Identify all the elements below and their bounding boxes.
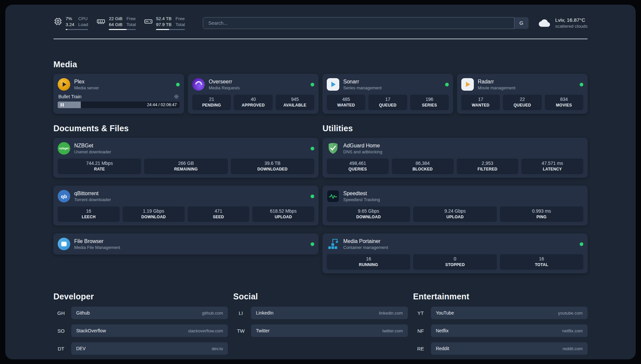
- bookmark-name: DEV: [76, 346, 86, 351]
- bookmark-row: DT DEV dev.to: [53, 342, 228, 355]
- stat-value: 17: [370, 97, 406, 102]
- status-dot: [311, 83, 314, 86]
- disk-total-value: 97.9 TB: [156, 22, 171, 28]
- service-description: Media File Management: [74, 245, 120, 250]
- bookmark-link-linkedin[interactable]: LinkedIn linkedin.com: [251, 307, 408, 319]
- bookmark-link-reddit[interactable]: Reddit reddit.com: [431, 342, 588, 355]
- stat-value: 22: [504, 97, 540, 102]
- stat-value: 16: [501, 256, 582, 261]
- service-name: Plex: [74, 79, 99, 85]
- stat-label: UPLOAD: [254, 215, 313, 219]
- memory-widget: 22 GiB 64 GiB Free Total: [96, 16, 136, 30]
- disk-free-value: 52.4 TB: [156, 16, 171, 22]
- stat-value: 485: [328, 97, 364, 102]
- stat-box: 945 AVAILABLE: [276, 95, 314, 110]
- search-provider-button[interactable]: G: [514, 17, 529, 29]
- cpu-load-label: Load: [78, 22, 88, 28]
- status-dot: [311, 195, 314, 198]
- card-portainer[interactable]: Media Portainer Container management 16 …: [322, 233, 588, 273]
- service-name: qBittorrent: [74, 191, 111, 197]
- bookmark-link-netflix[interactable]: Netflix netflix.com: [431, 324, 588, 337]
- service-description: Container management: [343, 245, 388, 250]
- dashboard-panel: 7% 3.24 CPU Load: [5, 5, 636, 359]
- service-name: Sonarr: [343, 79, 382, 85]
- service-name: Overseerr: [209, 79, 240, 85]
- card-plex[interactable]: Plex Media server Bullet Train 24:44 / 0…: [53, 74, 184, 114]
- service-name: NZBGet: [74, 143, 111, 149]
- card-radarr[interactable]: Radarr Movie management 17 WANTED 22 QUE…: [457, 74, 588, 114]
- stat-box: 744.21 Mbps RATE: [58, 159, 141, 174]
- playback-progress-bar[interactable]: 24:44 / 02:06:47: [58, 102, 180, 108]
- card-adguard[interactable]: AdGuard Home DNS and adblocking 498,461 …: [322, 138, 588, 178]
- stat-label: SEED: [189, 215, 248, 219]
- bookmark-domain: stackoverflow.com: [188, 328, 223, 333]
- stat-box: 21 PENDING: [192, 95, 231, 110]
- cpu-widget: 7% 3.24 CPU Load: [53, 16, 88, 30]
- qbittorrent-icon: qb: [58, 190, 70, 202]
- bookmark-domain: twitter.com: [382, 328, 403, 333]
- service-description: Usenet downloader: [74, 149, 111, 154]
- stat-label: FILTERED: [458, 167, 517, 171]
- bookmark-domain: linkedin.com: [379, 311, 403, 316]
- card-speedtest[interactable]: Speedtest Speedtest Tracking 9.65 Gbps D…: [322, 186, 588, 226]
- bookmarks-area: Developer GH Github github.com SO StackO…: [53, 292, 588, 359]
- bookmark-abbr: LI: [233, 310, 248, 316]
- stat-box: 0.993 ms PING: [500, 206, 583, 222]
- stat-label: DOWNLOAD: [124, 215, 183, 219]
- card-overseerr[interactable]: Overseerr Media Requests 21 PENDING 40 A…: [188, 74, 319, 114]
- now-playing-title: Bullet Train: [58, 94, 81, 99]
- bookmark-link-stackoverflow[interactable]: StackOverflow stackoverflow.com: [71, 324, 228, 337]
- stat-box: 16 TOTAL: [500, 254, 583, 270]
- bookmark-name: LinkedIn: [256, 310, 273, 316]
- bookmark-name: Netflix: [436, 328, 449, 333]
- section-title-utilities: Utilities: [322, 124, 588, 133]
- stat-label: REMAINING: [145, 167, 226, 171]
- bookmark-link-dev[interactable]: DEV dev.to: [71, 342, 228, 355]
- stat-label: TOTAL: [501, 262, 582, 267]
- stat-value: 618.52 Mbps: [254, 208, 313, 214]
- stat-value: 39.6 TB: [232, 161, 313, 166]
- bookmark-link-twitter[interactable]: Twitter twitter.com: [251, 324, 408, 337]
- filebrowser-icon: [58, 238, 70, 250]
- disk-progress-fill: [156, 29, 169, 30]
- stat-value: 498,461: [328, 161, 387, 166]
- stat-box: 485 WANTED: [327, 95, 365, 110]
- search-bar: G: [203, 17, 529, 29]
- stat-value: 1.19 Gbps: [124, 208, 183, 214]
- bookmark-row: SO StackOverflow stackoverflow.com: [53, 324, 228, 337]
- section-title-documents: Documents & Files: [53, 124, 319, 133]
- section-title-developer: Developer: [53, 292, 228, 301]
- stat-box: 39.6 TB DOWNLOADED: [231, 159, 314, 174]
- stat-label: AVAILABLE: [277, 103, 313, 107]
- bookmark-link-github[interactable]: Github github.com: [71, 307, 228, 319]
- stat-label: QUEUED: [370, 103, 406, 107]
- search-input[interactable]: [203, 17, 529, 29]
- card-nzbget[interactable]: nzbget NZBGet Usenet downloader 744.21 M…: [53, 138, 319, 178]
- card-filebrowser[interactable]: File Browser Media File Management: [53, 233, 319, 255]
- weather-location: Lviv, 16.87°C: [555, 17, 588, 23]
- stat-value: 744.21 Mbps: [59, 161, 140, 166]
- stat-label: QUERIES: [328, 167, 387, 171]
- card-qbittorrent[interactable]: qb qBittorrent Torrent downloader 16 LEE…: [53, 186, 319, 226]
- bookmark-name: Twitter: [256, 328, 269, 333]
- stat-label: RUNNING: [328, 262, 409, 267]
- stat-value: 196: [412, 97, 447, 102]
- stat-value: 47.571 ms: [523, 161, 582, 166]
- stat-box: 266 GB REMAINING: [144, 159, 228, 174]
- documents-column: Documents & Files nzbget NZBGet Usenet d…: [53, 124, 319, 255]
- portainer-icon: [327, 238, 339, 250]
- bookmark-link-youtube[interactable]: YouTube youtube.com: [431, 307, 588, 319]
- service-name: Speedtest: [343, 191, 380, 197]
- stat-value: 266 GB: [145, 161, 226, 166]
- stat-box: 834 MOVIES: [545, 95, 583, 110]
- bookmark-name: YouTube: [436, 310, 454, 316]
- pause-icon[interactable]: [61, 103, 64, 106]
- status-dot: [311, 147, 314, 150]
- bookmark-row: TW Twitter twitter.com: [233, 324, 408, 337]
- service-description: DNS and adblocking: [343, 149, 382, 154]
- card-sonarr[interactable]: Sonarr Series management 485 WANTED 17 Q…: [322, 74, 453, 114]
- stat-box: 9.24 Gbps UPLOAD: [413, 206, 497, 222]
- plex-now-playing: Bullet Train 24:44 / 02:06:47: [58, 94, 180, 108]
- settings-gear-icon[interactable]: [174, 94, 179, 99]
- bookmark-abbr: RE: [413, 346, 428, 351]
